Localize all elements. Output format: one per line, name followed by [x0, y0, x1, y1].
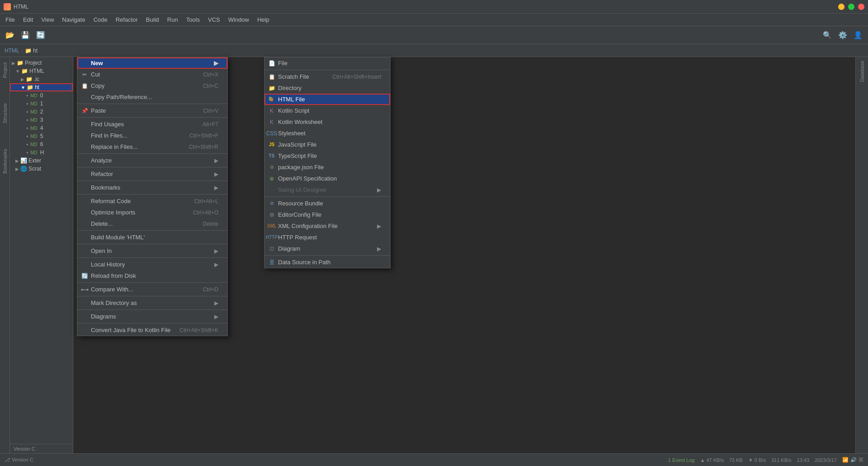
new-label: New — [91, 60, 103, 67]
context-menu-new[interactable]: New ▶ — [77, 57, 227, 69]
tree-item-3[interactable]: ▪MD3 — [10, 116, 73, 124]
project-tab[interactable]: Project — [0, 59, 9, 81]
context-menu-compare[interactable]: ⟷ Compare With... Ctrl+D — [77, 284, 227, 295]
tree-item-5[interactable]: ▪MD5 — [10, 132, 73, 140]
open-button[interactable]: 📂 — [4, 29, 16, 42]
menu-navigate[interactable]: Navigate — [58, 14, 89, 25]
context-menu-refactor[interactable]: Refactor ▶ — [77, 168, 227, 180]
menu-window[interactable]: Window — [225, 14, 253, 25]
tree-item-ht[interactable]: ▼ 📁 ht — [10, 83, 73, 91]
menu-code[interactable]: Code — [90, 14, 111, 25]
separator-10 — [77, 282, 227, 283]
context-menu-reload[interactable]: 🔄 Reload from Disk — [77, 270, 227, 281]
submenu-stylesheet[interactable]: CSS Stylesheet — [264, 128, 390, 139]
tree-item-h[interactable]: ▪MDH — [10, 148, 73, 157]
event-log[interactable]: 1 Event Log — [668, 457, 695, 463]
database-tab[interactable]: Database — [858, 57, 867, 86]
menu-help[interactable]: Help — [254, 14, 273, 25]
tree-item-2[interactable]: ▪MD2 — [10, 108, 73, 116]
context-menu-replace-files[interactable]: Replace in Files... Ctrl+Shift+R — [77, 141, 227, 152]
context-menu-find-usages[interactable]: Find Usages Alt+F7 — [77, 119, 227, 130]
tree-item-4[interactable]: ▪MD4 — [10, 124, 73, 132]
submenu-kotlin-script[interactable]: K Kotlin Script — [264, 105, 390, 116]
menu-run[interactable]: Run — [164, 14, 182, 25]
js-icon: JS — [268, 141, 275, 148]
separator-1 — [77, 104, 227, 104]
submenu-resource-bundle[interactable]: ⚙ Resource Bundle — [264, 198, 390, 209]
breadcrumb-html[interactable]: HTML — [5, 48, 19, 54]
menu-file[interactable]: File — [2, 14, 19, 25]
context-menu-reformat[interactable]: Reformat Code Ctrl+Alt+L — [77, 195, 227, 207]
directory-icon: 📁 — [268, 85, 275, 92]
context-menu-cut[interactable]: ✂ Cut Ctrl+X — [77, 69, 227, 80]
submenu-directory[interactable]: 📁 Directory — [264, 82, 390, 94]
context-menu-mark-dir[interactable]: Mark Directory as ▶ — [77, 297, 227, 309]
submenu-scratch[interactable]: 📋 Scratch File Ctrl+Alt+Shift+Insert — [264, 71, 390, 82]
context-menu-copy-path[interactable]: Copy Path/Reference... — [77, 91, 227, 103]
submenu-editorconfig[interactable]: ⚙ EditorConfig File — [264, 209, 390, 220]
breadcrumb-folder[interactable]: 📁 ht — [25, 48, 38, 54]
context-menu-bookmarks[interactable]: Bookmarks ▶ — [77, 182, 227, 193]
context-menu-open-in[interactable]: Open In ▶ — [77, 245, 227, 257]
status-left: ⎇ Version C — [5, 457, 33, 463]
menu-view[interactable]: View — [38, 14, 57, 25]
context-menu-analyze[interactable]: Analyze ▶ — [77, 155, 227, 166]
reload-icon: 🔄 — [81, 272, 88, 280]
submenu-js[interactable]: JS JavaScript File — [264, 139, 390, 150]
context-menu-find-files[interactable]: Find in Files... Ctrl+Shift+F — [77, 130, 227, 141]
submenu-ts[interactable]: TS TypeScript File — [264, 150, 390, 162]
menu-refactor[interactable]: Refactor — [112, 14, 142, 25]
title-bar-controls[interactable] — [838, 4, 864, 10]
context-menu-optimize[interactable]: Optimize Imports Ctrl+Alt+O — [77, 207, 227, 218]
menu-edit[interactable]: Edit — [19, 14, 37, 25]
search-button[interactable]: 🔍 — [821, 29, 834, 42]
menu-vcs[interactable]: VCS — [204, 14, 224, 25]
context-menu-delete[interactable]: Delete... Delete — [77, 218, 227, 229]
settings-button[interactable]: ⚙️ — [836, 29, 849, 42]
context-menu-diagrams[interactable]: Diagrams ▶ — [77, 311, 227, 322]
structure-tab[interactable]: Structure — [0, 100, 9, 127]
submenu-file[interactable]: 📄 File — [264, 57, 390, 69]
user-button[interactable]: 👤 — [852, 29, 864, 42]
left-tab-strip: Project Structure Bookmarks — [0, 57, 10, 453]
refresh-button[interactable]: 🔄 — [34, 29, 47, 42]
compare-label: Compare With... — [91, 286, 133, 293]
submenu-package-json[interactable]: ⚙ package.json File — [264, 162, 390, 173]
tree-item-1[interactable]: ▪MD1 — [10, 100, 73, 108]
tree-item-scrat[interactable]: ▶ 🌐 Scrat — [10, 165, 73, 173]
tree-item-project[interactable]: ▶ 📁 Project — [10, 59, 73, 67]
replace-files-shortcut: Ctrl+Shift+R — [189, 144, 218, 150]
context-menu-build-module[interactable]: Build Module 'HTML' — [77, 232, 227, 243]
app-logo — [4, 3, 11, 10]
submenu-openapi[interactable]: ⊕ OpenAPI Specification — [264, 173, 390, 184]
close-button[interactable] — [858, 4, 864, 10]
context-menu-local-history[interactable]: Local History ▶ — [77, 259, 227, 270]
submenu-xml-config[interactable]: XML XML Configuration File ▶ — [264, 220, 390, 232]
minimize-button[interactable] — [838, 4, 844, 10]
css-icon: CSS — [268, 130, 275, 137]
scratch-shortcut: Ctrl+Alt+Shift+Insert — [332, 74, 381, 80]
save-button[interactable]: 💾 — [19, 29, 32, 42]
context-menu-paste[interactable]: 📌 Paste Ctrl+V — [77, 105, 227, 116]
tree-item-6[interactable]: ▪MD6 — [10, 140, 73, 148]
context-menu-copy[interactable]: 📋 Copy Ctrl+C — [77, 80, 227, 91]
submenu-datasource[interactable]: 🗄 Data Source in Path — [264, 257, 390, 268]
submenu-kotlin-worksheet[interactable]: K Kotlin Worksheet — [264, 116, 390, 128]
submenu-diagram[interactable]: ◫ Diagram ▶ — [264, 243, 390, 254]
tree-item-html[interactable]: ▼ 📁 HTML — [10, 67, 73, 75]
submenu-http[interactable]: HTTP HTTP Request — [264, 232, 390, 243]
replace-files-label: Replace in Files... — [91, 143, 137, 150]
tree-item-0[interactable]: ▪MD0 — [10, 91, 73, 100]
bookmarks-tab[interactable]: Bookmarks — [0, 145, 9, 177]
maximize-button[interactable] — [848, 4, 854, 10]
menu-tools[interactable]: Tools — [183, 14, 203, 25]
menu-build[interactable]: Build — [142, 14, 163, 25]
scratch-icon: 📋 — [268, 73, 275, 81]
version-label: Version C — [10, 444, 73, 453]
submenu-html-file[interactable]: HTML File — [264, 94, 390, 105]
tree-item-exter[interactable]: ▶ 📊 Exter — [10, 157, 73, 165]
tree-item-ic[interactable]: ▶ 📁 .ic — [10, 75, 73, 83]
json-icon: ⚙ — [268, 164, 275, 171]
context-menu-convert-java[interactable]: Convert Java File to Kotlin File Ctrl+Al… — [77, 324, 227, 336]
version-control-label[interactable]: ⎇ Version C — [5, 457, 33, 463]
